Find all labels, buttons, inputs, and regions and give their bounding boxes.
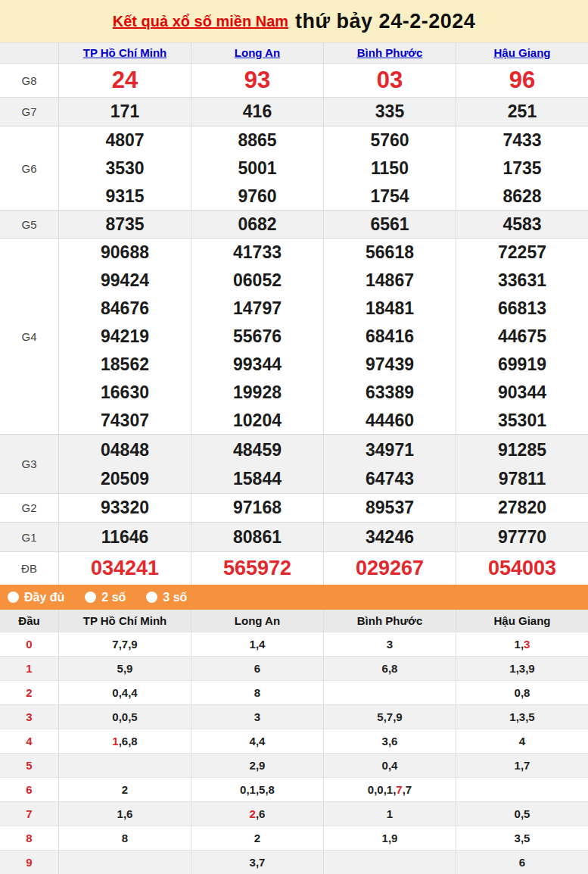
result-number: 93320 [101,494,149,522]
tails-cell: 2 [191,826,323,850]
result-cell: 27820 [456,494,588,522]
result-cell: 80861 [191,523,323,551]
tails-digit-label: 4 [0,729,58,753]
tails-digit-label: 2 [0,681,58,704]
prize-label: G1 [0,523,58,551]
result-number: 1754 [370,183,409,211]
tail-digits: 0,4 [382,759,398,772]
result-cell: 0484820509 [58,435,191,493]
tails-cell: 0,4,4 [58,681,191,704]
result-number: 335 [375,98,404,126]
filter-option-label: 3 số [163,591,187,604]
tails-digit-label: 8 [0,826,58,850]
radio-icon[interactable] [146,592,157,603]
result-cell: 416 [191,98,323,126]
tail-digits: 1,6 [117,807,133,820]
tails-cell: 1,3,5 [456,705,588,729]
result-number: 90688 [101,239,149,267]
result-number: 20509 [101,464,149,493]
result-number: 91285 [498,435,546,464]
tails-cell: 6 [456,851,588,874]
filter-option-label: Đầy đủ [24,591,64,604]
tails-cell: 0,4 [323,754,456,777]
tail-digits: 0,4,4 [112,686,137,699]
result-number: 0682 [238,211,276,238]
filter-option-3-digits[interactable]: 3 số [146,591,187,604]
tail-digits: 0,0,5 [112,710,137,723]
result-number: 93 [244,64,270,97]
province-header-cell: Hậu Giang [456,610,588,632]
tail-digits: 1, [515,638,524,651]
tail-digits: 6 [254,662,260,675]
tails-cell [323,851,456,874]
prize-label: G2 [0,494,58,522]
tail-digits: 1,4 [250,638,266,651]
result-cell: 89537 [323,494,456,522]
province-link[interactable]: Long An [235,43,280,63]
result-number: 80861 [233,523,282,551]
result-cell: 0682 [191,211,323,238]
filter-option-2-digits[interactable]: 2 số [85,591,126,604]
tail-digits: 7,7,9 [112,638,137,651]
tail-digit-highlighted: 2 [250,807,256,820]
result-cell: 886550019760 [191,126,323,210]
tail-digits: ,6,8 [119,735,138,748]
prize-label: G4 [0,239,58,434]
result-number: 7433 [502,126,541,155]
result-cell: 4845915844 [191,435,323,493]
result-number: 72257 [498,239,546,267]
result-cell: 9128597811 [456,435,588,493]
results-table: TP Hồ Chí MinhLong AnBình PhướcHậu Giang… [0,42,588,585]
province-link[interactable]: TP Hồ Chí Minh [83,43,167,63]
result-number: 054003 [488,552,556,585]
result-cell: 251 [456,98,588,126]
province-header-cell: Long An [191,43,323,63]
tails-row-5: 52,90,41,7 [0,753,588,777]
filter-option-full[interactable]: Đầy đủ [8,591,64,604]
radio-icon[interactable] [8,592,19,603]
tail-digits: 4,4 [250,735,266,748]
result-number: 18481 [366,295,414,323]
tails-cell [58,754,191,777]
result-number: 94219 [101,323,149,351]
prize-row-G4: G490688994248467694219185621663074307417… [0,238,588,434]
prize-row-G2: G293320971688953727820 [0,493,588,522]
region-title-link[interactable]: Kết quả xổ số miền Nam [113,13,288,30]
result-number: 9760 [238,183,276,211]
result-number: 3530 [105,155,144,183]
result-cell: 56618148671848168416974396338944460 [323,239,456,434]
result-cell: 171 [58,98,191,126]
result-number: 171 [110,98,139,126]
result-number: 06052 [233,267,282,295]
province-header-cell: TP Hồ Chí Minh [58,610,191,632]
result-number: 8735 [105,211,144,238]
tails-cell: 1,3 [456,632,588,656]
tails-cell: 6 [191,657,323,680]
title-banner: Kết quả xổ số miền Nam thứ bảy 24-2-2024 [0,0,588,42]
tails-cell: 5,7,9 [323,705,456,729]
radio-icon[interactable] [85,592,96,603]
result-cell: 029267 [323,552,456,585]
tails-cell: 3,7 [191,851,323,874]
result-number: 251 [508,98,537,126]
result-number: 99424 [101,267,149,295]
province-link[interactable]: Bình Phước [357,43,423,63]
province-link[interactable]: Hậu Giang [493,43,550,63]
result-number: 90344 [498,379,546,407]
tails-cell: 0,0,1,7,7 [323,778,456,801]
prize-label: G3 [0,435,58,493]
result-cell: 93 [191,64,323,97]
tails-row-7: 71,62,610,5 [0,801,588,826]
result-number: 99344 [233,351,282,379]
results-header-row: TP Hồ Chí MinhLong AnBình PhướcHậu Giang [0,42,588,63]
result-number: 11646 [101,523,149,551]
result-number: 04848 [101,435,149,464]
result-cell: 41733060521479755676993441992810204 [191,239,323,434]
tails-head-label: Đầu [0,610,58,632]
tails-cell: 1,4 [191,632,323,656]
result-number: 34971 [366,435,414,464]
result-number: 84676 [101,295,149,323]
result-cell: 576011501754 [323,126,456,210]
filter-option-label: 2 số [101,591,126,604]
prize-label: ĐB [0,552,58,585]
